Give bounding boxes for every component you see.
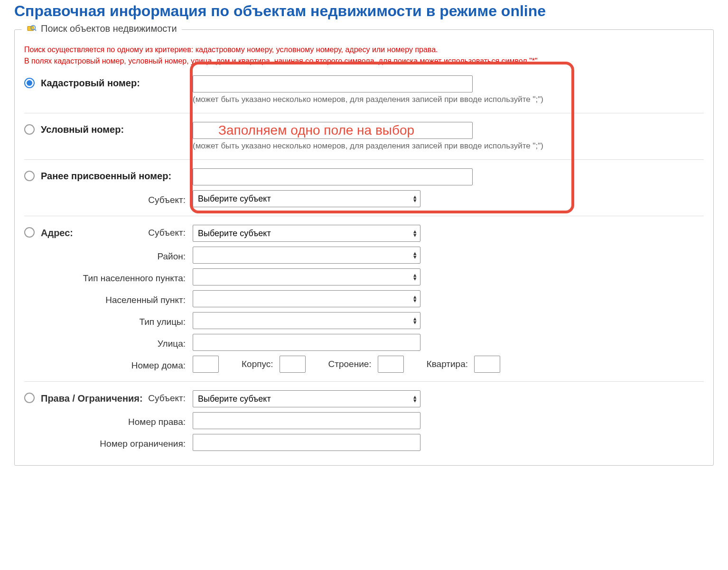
info-line-1: Поиск осуществляется по одному из критер… [24,44,704,55]
svg-line-2 [35,29,37,31]
select-addr-district[interactable] [193,247,420,264]
divider [24,159,704,160]
select-prev-subject[interactable]: Выберите субъект [193,190,420,207]
label-conditional: Условный номер: [41,122,193,135]
radio-previous[interactable] [24,171,35,181]
select-addr-street-type[interactable] [193,312,420,329]
select-addr-settlement-type[interactable] [193,268,420,285]
label-addr-district: Район: [41,248,193,262]
label-address: Адрес: [41,225,69,239]
label-rights: Права / Ограничения: [41,390,148,404]
label-cadastral: Кадастровый номер: [41,75,193,89]
select-addr-subject[interactable]: Выберите субъект [193,225,420,242]
search-fieldset: Поиск объектов недвижимости Поиск осущес… [14,29,714,466]
hint-conditional: (может быть указано несколько номеров, д… [193,141,704,151]
select-rights-subject[interactable]: Выберите субъект [193,390,420,407]
legend-text: Поиск объектов недвижимости [41,23,177,34]
search-icon [27,24,37,34]
input-addr-corpus[interactable] [280,356,306,373]
label-addr-corpus: Корпус: [242,359,273,369]
label-prev-subject: Субъект: [41,192,193,205]
input-addr-flat[interactable] [474,356,500,373]
divider [24,216,704,216]
input-previous[interactable] [193,168,473,185]
label-addr-street-type: Тип улицы: [41,314,193,327]
label-addr-flat: Квартира: [427,359,468,369]
divider [24,381,704,382]
input-cadastral[interactable] [193,75,473,92]
label-addr-house: Номер дома: [41,358,193,371]
search-info-text: Поиск осуществляется по одному из критер… [24,44,704,67]
select-addr-settlement[interactable] [193,290,420,307]
input-addr-street[interactable] [193,334,420,351]
label-addr-settlement-type: Тип населенного пункта: [41,270,193,284]
label-addr-subject: Субъект: [69,225,193,238]
input-addr-house[interactable] [193,356,219,373]
divider [24,113,704,113]
info-line-2: В полях кадастровый номер, условный номе… [24,55,704,67]
radio-conditional[interactable] [24,124,35,135]
label-previous: Ранее присвоенный номер: [41,168,193,182]
input-conditional[interactable] [193,122,473,139]
radio-rights[interactable] [24,393,35,403]
fieldset-legend: Поиск объектов недвижимости [22,23,182,34]
page-title: Справочная информация по объектам недвиж… [14,0,714,20]
input-restriction-number[interactable] [193,434,420,451]
label-restriction-number: Номер ограничения: [41,436,193,449]
hint-cadastral: (может быть указано несколько номеров, д… [193,95,704,104]
label-addr-street: Улица: [41,336,193,349]
label-rights-subject: Субъект: [148,390,193,404]
label-addr-settlement: Населенный пункт: [41,292,193,305]
radio-address[interactable] [24,227,35,238]
input-addr-building[interactable] [378,356,404,373]
label-right-number: Номер права: [41,414,193,427]
label-addr-building: Строение: [328,359,372,369]
radio-cadastral[interactable] [24,78,35,88]
input-right-number[interactable] [193,412,420,429]
